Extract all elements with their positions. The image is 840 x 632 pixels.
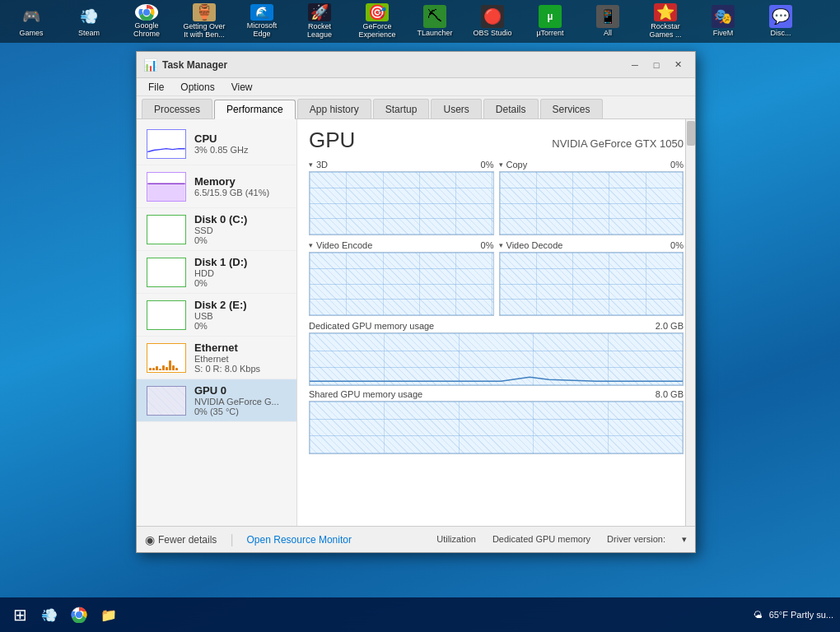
tab-details[interactable]: Details — [483, 99, 539, 118]
svg-point-4 — [76, 611, 82, 618]
cpu-sub: 3% 0.85 GHz — [194, 145, 287, 155]
gpu-name: GPU 0 — [194, 384, 287, 397]
dedicated-chart-box — [309, 332, 684, 386]
taskbar-icon-all[interactable]: 📱 All — [580, 1, 636, 42]
taskbar-icon-geforce[interactable]: 🎯 GeForceExperience — [349, 1, 405, 42]
chart-copy-label: ▾ Copy — [499, 160, 528, 170]
sidebar: CPU 3% 0.85 GHz Memory 6.5/15.9 GB (4 — [137, 119, 297, 526]
sidebar-item-memory[interactable]: Memory 6.5/15.9 GB (41%) — [137, 165, 296, 208]
chart-3d-label-row: ▾ 3D 0% — [309, 160, 494, 170]
gpu-sub2: 0% (35 °C) — [194, 407, 287, 416]
memory-sub: 6.5/15.9 GB (41%) — [194, 188, 287, 198]
arrow-vencode: ▾ — [309, 241, 313, 249]
fewer-details-button[interactable]: ◉ Fewer details — [145, 533, 217, 546]
window-menubar: File Options View — [137, 78, 695, 96]
ethernet-info: Ethernet Ethernet S: 0 R: 8.0 Kbps — [194, 342, 287, 374]
close-button[interactable]: ✕ — [667, 56, 688, 74]
taskbar-bottom: ⊞ 💨 📁 🌤 65°F Partly su... — [0, 597, 840, 632]
taskbar-icon-games[interactable]: 🎮 Games — [3, 1, 59, 42]
ethernet-sub2: S: 0 R: 8.0 Kbps — [194, 364, 287, 374]
gpu-mini-chart — [147, 386, 186, 416]
menu-options[interactable]: Options — [172, 80, 222, 95]
window-title: Task Manager — [162, 59, 624, 71]
gpu-sub1: NVIDIA GeForce G... — [194, 397, 287, 407]
task-manager-icon: 📊 — [143, 58, 157, 72]
charts-row-2: ▾ Video Encode 0% — [309, 240, 684, 316]
open-resource-monitor-link[interactable]: Open Resource Monitor — [247, 534, 352, 546]
chart-3d-box — [309, 171, 494, 235]
disk2-sub1: USB — [194, 311, 287, 321]
disk1-sub1: HDD — [194, 268, 287, 278]
minimize-button[interactable]: ─ — [624, 56, 646, 74]
taskbar-icon-gettingover[interactable]: 🏺 Getting OverIt with Ben... — [176, 1, 232, 42]
gpu-subtitle: NVIDIA GeForce GTX 1050 — [552, 137, 684, 150]
shared-chart-box — [309, 401, 684, 454]
sidebar-item-cpu[interactable]: CPU 3% 0.85 GHz — [137, 123, 296, 165]
taskbar-icon-chrome[interactable]: GoogleChrome — [119, 1, 175, 42]
sidebar-item-disk0[interactable]: Disk 0 (C:) SSD 0% — [137, 208, 296, 251]
window-titlebar: 📊 Task Manager ─ □ ✕ — [137, 52, 695, 78]
cpu-info: CPU 3% 0.85 GHz — [194, 132, 287, 155]
chart-copy-pct: 0% — [670, 160, 684, 170]
weather-icon: 🌤 — [754, 610, 763, 620]
cpu-name: CPU — [194, 132, 287, 145]
chart-vencode-pct: 0% — [481, 240, 494, 250]
task-manager-window: 📊 Task Manager ─ □ ✕ File Options View P… — [136, 51, 696, 553]
steam-taskbar[interactable]: 💨 — [36, 602, 63, 628]
tab-performance[interactable]: Performance — [214, 100, 296, 119]
memory-mini-chart — [147, 172, 186, 202]
arrow-vdecode: ▾ — [499, 241, 503, 249]
memory-name: Memory — [194, 175, 287, 188]
chrome-taskbar[interactable] — [66, 602, 92, 628]
svg-point-1 — [143, 9, 150, 16]
taskbar-icon-edge[interactable]: 🌊 MicrosoftEdge — [234, 1, 290, 42]
disk1-mini-chart — [147, 258, 186, 287]
taskbar-icon-discord[interactable]: 💬 Disc... — [753, 1, 809, 42]
explorer-taskbar[interactable]: 📁 — [96, 602, 122, 628]
taskbar-icon-fivem[interactable]: 🎭 FiveM — [695, 1, 751, 42]
desktop: 🎮 Games 💨 Steam GoogleChrome 🏺 Getting O… — [0, 0, 840, 632]
gpu-title: GPU — [309, 128, 355, 153]
disk1-sub2: 0% — [194, 278, 287, 288]
tab-users[interactable]: Users — [431, 99, 481, 118]
menu-file[interactable]: File — [140, 80, 172, 95]
sidebar-item-disk2[interactable]: Disk 2 (E:) USB 0% — [137, 294, 296, 337]
chart-3d-grid-v — [310, 172, 493, 235]
taskbar-icon-utorrent[interactable]: µ µTorrent — [522, 1, 578, 42]
status-utilization: Utilization — [436, 534, 476, 545]
tab-startup[interactable]: Startup — [373, 99, 430, 118]
disk0-sub1: SSD — [194, 225, 287, 235]
chart-copy-grid-v — [500, 172, 684, 235]
sidebar-item-ethernet[interactable]: Ethernet Ethernet S: 0 R: 8.0 Kbps — [137, 337, 296, 379]
taskbar-icon-tlauncher[interactable]: ⛏ TLauncher — [407, 1, 463, 42]
taskbar-icon-steam[interactable]: 💨 Steam — [61, 1, 117, 42]
taskbar-icon-rocketleague[interactable]: 🚀 RocketLeague — [292, 1, 348, 42]
tab-services[interactable]: Services — [540, 99, 603, 118]
menu-view[interactable]: View — [223, 80, 261, 95]
cpu-mini-chart — [147, 129, 186, 159]
scrollbar-thumb[interactable] — [687, 121, 695, 146]
disk0-mini-chart — [147, 215, 186, 244]
taskbar-icon-rockstar[interactable]: ⭐ RockstarGames ... — [637, 1, 693, 42]
taskbar-icon-obs[interactable]: 🔴 OBS Studio — [464, 1, 520, 42]
sidebar-item-gpu[interactable]: GPU 0 NVIDIA GeForce G... 0% (35 °C) — [137, 379, 296, 422]
tab-apphistory[interactable]: App history — [297, 99, 371, 118]
gpu-header: GPU NVIDIA GeForce GTX 1050 — [309, 128, 684, 153]
start-button[interactable]: ⊞ — [7, 602, 33, 628]
chart-vencode: ▾ Video Encode 0% — [309, 240, 494, 316]
sidebar-item-disk1[interactable]: Disk 1 (D:) HDD 0% — [137, 251, 296, 294]
fewer-details-label: Fewer details — [158, 534, 217, 546]
ethernet-name: Ethernet — [194, 342, 287, 354]
tab-processes[interactable]: Processes — [142, 99, 212, 118]
shared-label: Shared GPU memory usage — [309, 389, 422, 399]
disk2-sub2: 0% — [194, 321, 287, 331]
dedicated-label-row: Dedicated GPU memory usage 2.0 GB — [309, 321, 684, 331]
fewer-details-icon: ◉ — [145, 533, 155, 546]
taskbar-top: 🎮 Games 💨 Steam GoogleChrome 🏺 Getting O… — [0, 0, 840, 43]
chart-vencode-label: ▾ Video Encode — [309, 240, 372, 250]
ethernet-mini-chart — [147, 343, 186, 373]
ethernet-sub1: Ethernet — [194, 354, 287, 364]
scrollbar-track[interactable] — [685, 119, 695, 526]
maximize-button[interactable]: □ — [646, 56, 667, 74]
status-dropdown-arrow[interactable]: ▾ — [682, 534, 687, 545]
